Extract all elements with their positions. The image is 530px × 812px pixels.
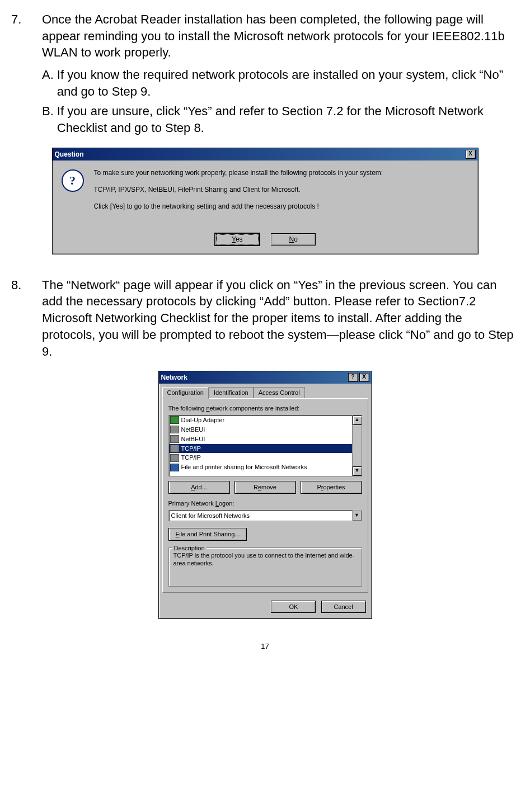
network-title: Network: [161, 373, 187, 382]
network-dialog-screenshot: Network ? X Configuration Identification…: [11, 371, 519, 619]
step-7: 7. Once the Acrobat Reader installation …: [11, 11, 519, 61]
chevron-down-icon[interactable]: ▼: [352, 511, 362, 521]
network-titlebar: Network ? X: [159, 371, 372, 384]
proto-icon: [170, 454, 179, 462]
question-line2: TCP/IP, IPX/SPX, NetBEUI, FilePrint Shar…: [94, 185, 383, 194]
tab-panel-configuration: The following network components are ins…: [162, 398, 368, 592]
cancel-button[interactable]: Cancel: [321, 601, 366, 613]
svc-icon: [170, 464, 179, 471]
add-button[interactable]: Add...: [168, 481, 230, 494]
proto-icon: [170, 435, 179, 443]
step-8: 8. The “Network“ page will appear if you…: [11, 277, 519, 360]
components-label: The following network components are ins…: [168, 404, 362, 413]
list-item[interactable]: TCP/IP: [169, 453, 353, 462]
properties-button[interactable]: Properties: [301, 481, 362, 494]
list-item[interactable]: TCP/IP: [169, 444, 353, 454]
tab-identification[interactable]: Identification: [209, 387, 254, 398]
step-number: 8.: [11, 277, 42, 360]
step7-subitems: A. If you know the required network prot…: [11, 67, 519, 136]
network-dialog: Network ? X Configuration Identification…: [158, 371, 372, 619]
remove-button[interactable]: Remove: [234, 481, 296, 494]
scroll-down-icon[interactable]: ▼: [353, 466, 362, 476]
file-print-sharing-button[interactable]: File and Print Sharing...: [168, 528, 247, 541]
scrollbar[interactable]: ▲ ▼: [352, 416, 362, 476]
close-icon[interactable]: X: [359, 373, 369, 382]
question-dialog: Question X To make sure your networking …: [52, 148, 479, 254]
adapter-icon: [170, 416, 179, 424]
tab-configuration[interactable]: Configuration: [162, 387, 209, 399]
list-item[interactable]: NetBEUI: [169, 435, 353, 444]
close-icon[interactable]: X: [466, 150, 476, 159]
list-item[interactable]: File and printer sharing for Microsoft N…: [169, 462, 353, 472]
question-dialog-screenshot: Question X To make sure your networking …: [11, 148, 519, 254]
proto-icon: [170, 445, 179, 452]
tab-access-control[interactable]: Access Control: [254, 387, 305, 398]
primary-logon-combo[interactable]: Client for Microsoft Networks ▼: [168, 510, 362, 521]
step7a: A. If you know the required network prot…: [42, 67, 519, 100]
yes-button[interactable]: Yes: [214, 233, 260, 246]
description-text: TCP/IP is the protocol you use to connec…: [173, 552, 355, 567]
tab-strip: Configuration Identification Access Cont…: [159, 384, 372, 398]
list-item[interactable]: NetBEUI: [169, 425, 353, 435]
step-text: The “Network“ page will appear if you cl…: [42, 277, 519, 360]
scroll-up-icon[interactable]: ▲: [353, 416, 362, 425]
step7b: B. If you are unsure, click “Yes” and re…: [42, 103, 519, 136]
components-listbox[interactable]: Dial-Up AdapterNetBEUINetBEUITCP/IPTCP/I…: [168, 415, 362, 476]
question-title: Question: [55, 150, 84, 159]
step-text: Once the Acrobat Reader installation has…: [42, 11, 519, 61]
question-titlebar: Question X: [53, 148, 478, 160]
step-number: 7.: [11, 11, 42, 61]
help-icon[interactable]: ?: [348, 373, 358, 382]
question-line3: Click [Yes] to go to the networking sett…: [94, 202, 383, 211]
list-item[interactable]: Dial-Up Adapter: [169, 416, 353, 425]
description-group: Description TCP/IP is the protocol you u…: [168, 547, 362, 587]
ok-button[interactable]: OK: [271, 601, 316, 613]
proto-icon: [170, 426, 179, 433]
question-mark-icon: [62, 169, 84, 192]
question-line1: To make sure your networking work proper…: [94, 168, 383, 177]
primary-logon-label: Primary Network Logon:: [168, 499, 362, 508]
page-number: 17: [11, 641, 519, 652]
no-button[interactable]: No: [271, 233, 316, 246]
